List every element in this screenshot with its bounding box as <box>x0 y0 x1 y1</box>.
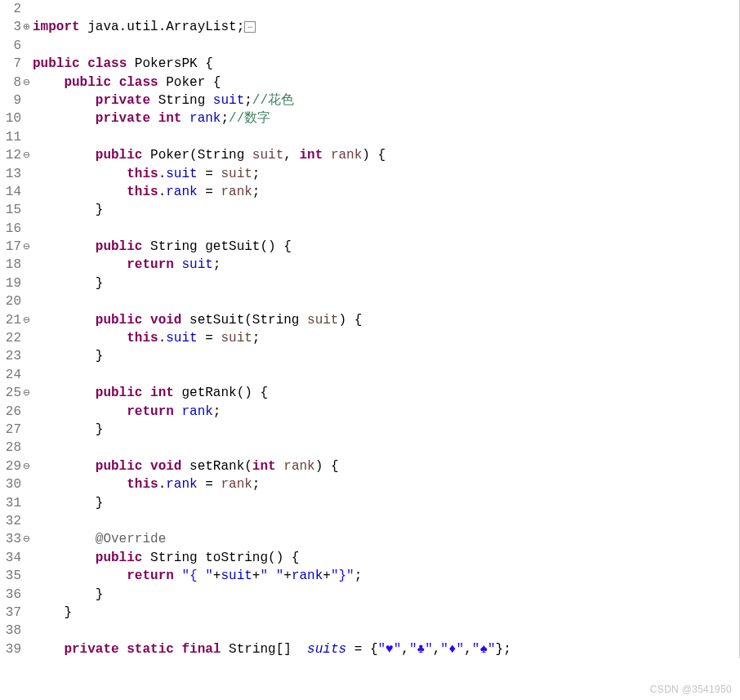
code-line[interactable]: this.rank = rank; <box>33 475 739 493</box>
line-number: 25 <box>0 384 21 402</box>
fold-marker <box>23 165 33 183</box>
code-line[interactable]: private String suit;//花色 <box>33 91 739 109</box>
code-line[interactable]: public String getSuit() { <box>33 238 739 256</box>
code-line[interactable]: public class Poker { <box>33 74 739 91</box>
code-editor[interactable]: 2367891011121314151617181920212223242526… <box>0 0 740 658</box>
code-line[interactable]: } <box>33 586 739 604</box>
code-line[interactable] <box>33 37 739 55</box>
fold-marker[interactable]: ⊖ <box>23 530 33 548</box>
fold-marker <box>23 512 33 530</box>
line-number: 24 <box>0 366 21 384</box>
code-line[interactable]: } <box>33 201 739 219</box>
code-line[interactable]: return "{ "+suit+" "+rank+"}"; <box>33 567 739 585</box>
line-number: 39 <box>0 640 21 658</box>
code-line[interactable]: public Poker(String suit, int rank) { <box>33 146 739 164</box>
code-line[interactable]: public class PokersPK { <box>33 55 739 73</box>
code-line[interactable]: public void setRank(int rank) { <box>33 457 739 475</box>
line-number: 33 <box>0 530 21 548</box>
line-number: 18 <box>0 256 21 274</box>
code-line[interactable]: } <box>33 494 739 512</box>
fold-marker <box>23 128 33 146</box>
fold-marker <box>23 329 33 347</box>
line-number: 21 <box>0 311 21 329</box>
code-line[interactable]: import java.util.ArrayList;… <box>33 18 739 36</box>
code-line[interactable]: } <box>33 347 739 365</box>
code-line[interactable] <box>33 512 739 530</box>
code-area[interactable]: import java.util.ArrayList;…public class… <box>33 0 739 658</box>
code-line[interactable] <box>33 439 739 457</box>
fold-marker <box>23 183 33 201</box>
fold-marker <box>23 347 33 365</box>
line-number: 9 <box>0 91 21 109</box>
fold-marker <box>23 292 33 310</box>
line-number: 31 <box>0 494 21 512</box>
code-line[interactable]: this.suit = suit; <box>33 329 739 347</box>
line-number: 16 <box>0 220 21 238</box>
fold-marker <box>23 494 33 512</box>
fold-marker <box>23 439 33 457</box>
watermark: CSDN @3541950 <box>650 684 732 695</box>
line-number: 19 <box>0 274 21 292</box>
code-line[interactable]: public int getRank() { <box>33 384 739 402</box>
code-line[interactable]: return suit; <box>33 256 739 274</box>
line-number: 7 <box>0 55 21 73</box>
line-number: 27 <box>0 421 21 439</box>
code-line[interactable] <box>33 220 739 238</box>
line-number: 28 <box>0 439 21 457</box>
fold-marker <box>23 220 33 238</box>
fold-marker[interactable]: ⊖ <box>23 74 33 91</box>
code-line[interactable]: private static final String[] suits = {"… <box>33 640 739 658</box>
code-line[interactable] <box>33 0 739 18</box>
line-number: 2 <box>0 0 21 18</box>
code-line[interactable]: this.suit = suit; <box>33 165 739 183</box>
code-line[interactable] <box>33 366 739 384</box>
fold-marker <box>23 256 33 274</box>
line-number: 14 <box>0 183 21 201</box>
code-line[interactable]: this.rank = rank; <box>33 183 739 201</box>
line-number-gutter: 2367891011121314151617181920212223242526… <box>0 0 23 658</box>
fold-marker[interactable]: ⊖ <box>23 384 33 402</box>
fold-marker <box>23 421 33 439</box>
fold-marker <box>23 37 33 55</box>
fold-marker <box>23 91 33 109</box>
fold-marker <box>23 403 33 421</box>
code-line[interactable] <box>33 128 739 146</box>
code-line[interactable]: } <box>33 421 739 439</box>
line-number: 20 <box>0 292 21 310</box>
line-number: 32 <box>0 512 21 530</box>
code-line[interactable]: private int rank;//数字 <box>33 109 739 127</box>
line-number: 10 <box>0 109 21 127</box>
line-number: 35 <box>0 567 21 585</box>
code-line[interactable]: public String toString() { <box>33 549 739 567</box>
code-line[interactable] <box>33 292 739 310</box>
line-number: 37 <box>0 604 21 622</box>
line-number: 34 <box>0 549 21 567</box>
fold-marker[interactable]: ⊖ <box>23 311 33 329</box>
fold-marker <box>23 640 33 658</box>
code-line[interactable]: return rank; <box>33 403 739 421</box>
line-number: 15 <box>0 201 21 219</box>
line-number: 30 <box>0 475 21 493</box>
fold-marker[interactable]: ⊖ <box>23 238 33 256</box>
fold-marker <box>23 604 33 622</box>
line-number: 12 <box>0 146 21 164</box>
fold-marker[interactable]: ⊖ <box>23 457 33 475</box>
line-number: 3 <box>0 18 21 36</box>
fold-marker <box>23 567 33 585</box>
fold-marker <box>23 622 33 640</box>
fold-marker[interactable]: ⊕ <box>23 18 33 36</box>
line-number: 36 <box>0 586 21 604</box>
fold-marker <box>23 475 33 493</box>
code-line[interactable]: public void setSuit(String suit) { <box>33 311 739 329</box>
code-line[interactable]: } <box>33 274 739 292</box>
line-number: 11 <box>0 128 21 146</box>
code-line[interactable]: } <box>33 604 739 622</box>
fold-column[interactable]: ⊕⊖⊖⊖⊖⊖⊖⊖ <box>23 0 33 658</box>
line-number: 26 <box>0 403 21 421</box>
code-line[interactable] <box>33 622 739 640</box>
fold-marker <box>23 549 33 567</box>
code-line[interactable]: @Override <box>33 530 739 548</box>
line-number: 38 <box>0 622 21 640</box>
fold-marker[interactable]: ⊖ <box>23 146 33 164</box>
fold-marker <box>23 366 33 384</box>
